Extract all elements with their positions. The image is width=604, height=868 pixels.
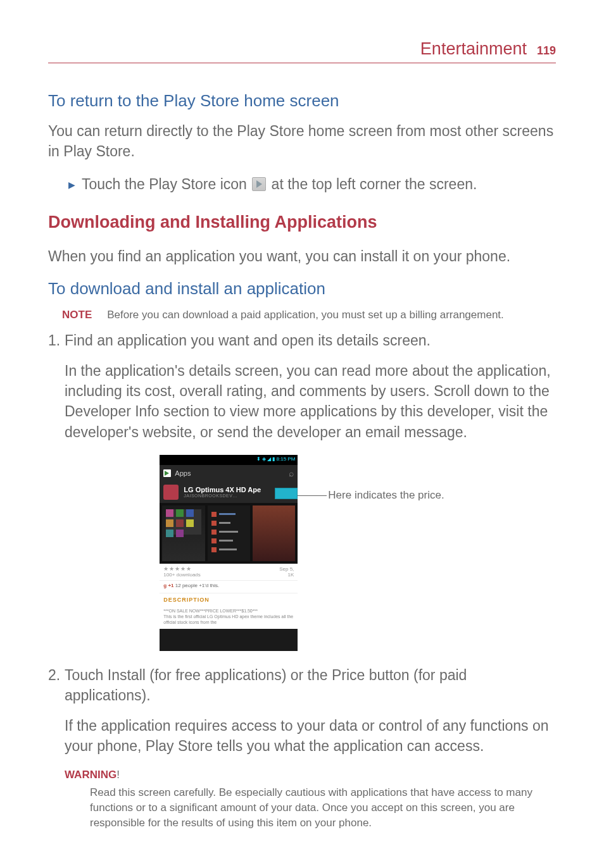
- app-bar-label: Apps: [175, 469, 191, 477]
- step-number: 2.: [48, 665, 65, 705]
- step-1: 1. Find an application you want and open…: [48, 330, 556, 350]
- text: icon: [216, 176, 251, 192]
- description-text: ***ON SALE NOW***PRICE LOWER***$1.50*** …: [160, 607, 298, 629]
- warning-word: WARNING: [65, 769, 116, 781]
- step-number: 1.: [48, 330, 65, 350]
- note: NOTE Before you can download a paid appl…: [62, 309, 556, 321]
- callout-label: Here indicates the price.: [328, 489, 444, 502]
- step-2: 2. Touch Install (for free applications)…: [48, 665, 556, 705]
- step-2-detail: If the application requires access to yo…: [65, 716, 556, 756]
- play-store-icon: [252, 177, 266, 191]
- downloads: 100+ downloads: [163, 572, 201, 578]
- section-title: Entertainment: [420, 39, 527, 59]
- heading-download-install: To download and install an application: [48, 279, 556, 299]
- step-text: Touch Install (for free applications) or…: [65, 665, 556, 705]
- date: Sep 5,: [279, 566, 294, 572]
- size: 1K: [279, 572, 294, 578]
- page-header: Entertainment 119: [48, 39, 556, 63]
- callout-leader-line: [298, 495, 327, 496]
- paragraph: When you find an application you want, y…: [48, 246, 556, 266]
- bullet-item: ▶ Touch the Play Store icon at the top l…: [68, 174, 556, 194]
- text: at the top left corner the screen.: [267, 176, 477, 192]
- warning-excl: !: [116, 769, 120, 781]
- thumb: [253, 505, 295, 561]
- warning-label: WARNING!: [65, 769, 556, 781]
- app-bar: Apps ⌕: [160, 465, 298, 481]
- description-label: DESCRIPTION: [160, 593, 298, 607]
- desc-line: ***ON SALE NOW***PRICE LOWER***$1.50***: [163, 608, 294, 614]
- text: (for free applications) or the: [146, 667, 332, 683]
- plus-one-text: 12 people +1'd this.: [174, 583, 220, 588]
- paragraph: You can return directly to the Play Stor…: [48, 121, 556, 161]
- note-label: NOTE: [62, 309, 92, 321]
- note-text: Before you can download a paid applicati…: [107, 309, 504, 321]
- bullet-text: Touch the Play Store icon at the top lef…: [82, 174, 477, 194]
- thumb: [162, 505, 204, 561]
- text: Touch the: [82, 176, 149, 192]
- warning-block: WARNING! Read this screen carefully. Be …: [65, 769, 556, 830]
- status-bar: ⬍ ◈ ◢ ▮ 8:15 PM: [160, 455, 298, 465]
- g-plus-icon: g +1: [163, 583, 173, 588]
- screenshot-row: [160, 503, 298, 564]
- play-bag-icon: [163, 469, 171, 477]
- heading-downloading: Downloading and Installing Applications: [48, 213, 556, 232]
- search-icon: ⌕: [289, 468, 294, 478]
- app-title: LG Optimus 4X HD Ape: [184, 486, 261, 493]
- phone-screenshot: ⬍ ◈ ◢ ▮ 8:15 PM Apps ⌕ LG Optimus 4X HD …: [160, 455, 298, 651]
- bullet-arrow-icon: ▶: [68, 179, 75, 192]
- price-label: Price: [332, 667, 365, 683]
- page-number: 119: [537, 44, 556, 58]
- heading-return-home: To return to the Play Store home screen: [48, 91, 556, 111]
- price-button: [275, 488, 298, 499]
- rating-row: ★★★★★ 100+ downloads Sep 5, 1K: [160, 564, 298, 580]
- star-rating: ★★★★★: [163, 566, 201, 572]
- thumb: [208, 505, 250, 561]
- install-label: Install: [108, 667, 146, 683]
- play-store-label: Play Store: [149, 176, 216, 192]
- figure: ⬍ ◈ ◢ ▮ 8:15 PM Apps ⌕ LG Optimus 4X HD …: [48, 455, 556, 651]
- step-text: Find an application you want and open it…: [65, 330, 556, 350]
- app-developer: JAISONBROOKSDEV…: [184, 493, 261, 498]
- plus-one-row: g +1 12 people +1'd this.: [160, 580, 298, 593]
- text: Touch: [65, 667, 108, 683]
- desc-line: This is the first official LG Optimus HD…: [163, 614, 294, 625]
- step-1-detail: In the application's details screen, you…: [65, 361, 556, 442]
- app-icon: [163, 485, 179, 500]
- warning-text: Read this screen carefully. Be especiall…: [90, 785, 556, 830]
